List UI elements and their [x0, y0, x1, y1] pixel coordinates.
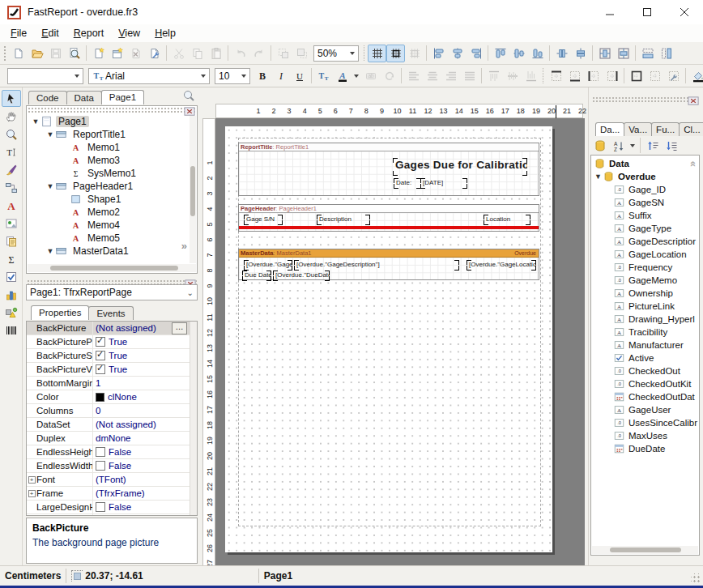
frame-bottom-button[interactable] — [565, 67, 584, 85]
align-bottoms-button[interactable] — [528, 45, 547, 62]
data-root-row[interactable]: Data» — [592, 157, 698, 170]
property-row[interactable]: BackPicturePriTrue — [27, 335, 197, 349]
tab-data[interactable]: Data — [66, 91, 102, 104]
property-row[interactable]: DuplexdmNone — [27, 432, 197, 445]
data-field-row[interactable]: AGageSN — [592, 196, 698, 209]
system-text-object-button[interactable]: Σ — [2, 250, 21, 267]
property-row[interactable]: DataSet(Not assigned) — [27, 418, 197, 432]
tree-item[interactable]: Shape1 — [28, 193, 190, 206]
tab-properties[interactable]: Properties — [31, 305, 89, 320]
style-select[interactable] — [7, 68, 83, 84]
tree-item[interactable]: AMemo4 — [28, 219, 190, 232]
font-size-select[interactable]: 10 — [215, 68, 250, 84]
frame-settings-button[interactable] — [664, 67, 683, 85]
tab-code[interactable]: Code — [28, 91, 67, 104]
font-select[interactable]: TTArial — [88, 68, 210, 84]
property-row[interactable]: LeftMargin1 — [27, 514, 197, 516]
data-field-row[interactable]: .0MaxUses — [592, 429, 698, 442]
data-field-row[interactable]: .0CheckedOutKit — [592, 377, 698, 390]
data-field-row[interactable]: AGageType — [592, 222, 698, 235]
menu-file[interactable]: File — [3, 26, 34, 40]
memo-object[interactable]: Location — [484, 215, 530, 225]
font-color-button[interactable]: A — [333, 67, 352, 85]
property-row[interactable]: EndlessWidthFalse — [27, 459, 197, 473]
property-row[interactable]: BottomMargin1 — [27, 377, 197, 390]
checkbox-object-button[interactable] — [2, 268, 21, 285]
maximize-button[interactable] — [628, 0, 666, 24]
align-lefts-button[interactable] — [429, 45, 448, 62]
workspace[interactable]: ReportTitle: ReportTitle1Gages Due for C… — [215, 118, 585, 566]
format-copy-tool-button[interactable] — [2, 161, 21, 178]
space-horizontally-button[interactable] — [552, 45, 571, 62]
band-pageheader[interactable]: PageHeader: PageHeader1Gage S/NDescripti… — [238, 204, 539, 232]
insert-band-button[interactable] — [2, 179, 21, 196]
dataset-row[interactable]: ▼Overdue — [592, 170, 698, 183]
data-field-row[interactable]: AGageLocation — [592, 248, 698, 261]
font-settings-button[interactable]: TT — [314, 67, 333, 85]
chevron-down-icon[interactable]: ▼ — [45, 182, 55, 190]
memo-object[interactable]: Description — [317, 215, 370, 225]
tree-item[interactable]: ΣSysMemo1 — [28, 167, 190, 180]
tree-item[interactable]: ▼MasterData1 — [28, 245, 190, 258]
bold-button[interactable]: B — [253, 67, 271, 85]
property-row[interactable]: +Font(TFont) — [27, 473, 197, 487]
report-page[interactable]: ReportTitle: ReportTitle1Gages Due for C… — [225, 126, 552, 552]
band-reporttitle[interactable]: ReportTitle: ReportTitle1Gages Due for C… — [238, 143, 539, 196]
sort-fields-button[interactable]: AZ — [609, 137, 628, 155]
hand-tool-button[interactable] — [2, 108, 21, 125]
memo-object[interactable]: Gage S/N — [244, 215, 283, 225]
close-data-panel-icon[interactable] — [688, 95, 700, 105]
property-row[interactable]: EndlessHeightFalse — [27, 445, 197, 459]
data-tree-hscrollbar[interactable] — [592, 546, 698, 554]
data-field-row[interactable]: AOwnership — [592, 287, 698, 300]
data-field-row[interactable]: .0UsesSinceCalibr — [592, 416, 698, 429]
chevron-down-icon[interactable]: ▼ — [594, 173, 603, 181]
data-field-row[interactable]: Active — [592, 352, 698, 364]
tab-events[interactable]: Events — [88, 306, 133, 320]
property-row[interactable]: LargeDesignHFalse — [27, 501, 197, 514]
page-settings-button[interactable] — [145, 45, 164, 62]
menu-edit[interactable]: Edit — [34, 26, 66, 40]
align-tops-button[interactable] — [491, 45, 509, 62]
shape-red-line[interactable] — [239, 226, 539, 229]
checkbox-icon[interactable] — [96, 351, 105, 360]
tab-cl[interactable]: Cl... — [679, 122, 703, 136]
tree-item[interactable]: ▼ReportTitle1 — [28, 128, 190, 141]
property-row[interactable]: +Frame(TfrxFrame) — [27, 487, 197, 501]
chevron-down-icon[interactable]: ▼ — [45, 247, 55, 255]
ellipsis-button[interactable]: … — [172, 322, 187, 334]
align-rights-button[interactable] — [467, 45, 485, 62]
checkbox-icon[interactable] — [96, 364, 105, 374]
memo-object[interactable]: [Overdue."GageLocation"] — [467, 260, 536, 271]
new-report-page-button[interactable] — [89, 45, 108, 62]
report-tree-hscrollbar[interactable] — [28, 264, 196, 272]
zoom-select[interactable]: 50% — [313, 45, 359, 62]
data-field-row[interactable]: CheckedOutDat — [592, 390, 698, 403]
new-report-button[interactable] — [9, 45, 28, 62]
expand-plus-icon[interactable]: + — [28, 476, 36, 484]
subreport-object-button[interactable] — [2, 232, 21, 249]
menu-report[interactable]: Report — [66, 26, 112, 40]
expand-tree-chevron-icon[interactable]: » — [181, 240, 187, 252]
italic-button[interactable]: I — [271, 67, 290, 85]
data-field-row[interactable]: ADrawing_Hyperl — [592, 313, 698, 326]
data-field-row[interactable]: AGageDescriptior — [592, 235, 698, 248]
property-row[interactable]: ColorclNone — [27, 390, 197, 404]
report-tree-drag-handle[interactable] — [28, 107, 196, 113]
data-field-row[interactable]: APictureLink — [592, 300, 698, 313]
checkbox-icon[interactable] — [96, 502, 105, 512]
data-field-row[interactable]: ATracibility — [592, 326, 698, 339]
picture-object-button[interactable] — [2, 215, 21, 232]
tree-item[interactable]: AMemo1 — [28, 141, 190, 154]
checkbox-icon[interactable] — [96, 447, 105, 457]
data-panel-drag-handle[interactable] — [592, 96, 700, 103]
tree-item[interactable]: ▼Page1 — [28, 115, 190, 128]
tab-da[interactable]: Da... — [595, 122, 624, 136]
open-report-button[interactable] — [28, 45, 46, 62]
data-field-row[interactable]: .0Gage_ID — [592, 183, 698, 196]
band-masterdata[interactable]: MasterData: MasterData1Overdue[Overdue."… — [238, 249, 539, 280]
barcode-object-button[interactable] — [2, 322, 21, 339]
data-field-row[interactable]: .0Frequency — [592, 261, 698, 274]
sort-dropdown[interactable] — [628, 137, 637, 155]
underline-button[interactable]: U — [290, 67, 309, 85]
